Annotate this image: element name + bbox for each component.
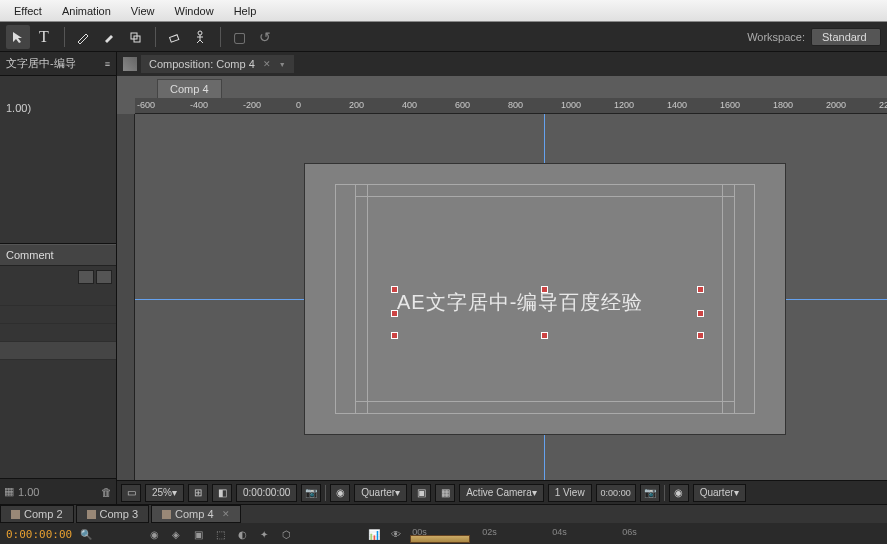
snapshot2-icon[interactable]: 📷 <box>640 484 660 502</box>
camera-dropdown[interactable]: Active Camera ▾ <box>459 484 544 502</box>
ruler-vertical[interactable] <box>117 114 135 480</box>
handle[interactable] <box>391 310 398 317</box>
workspace-dropdown[interactable]: Standard <box>811 28 881 46</box>
clone-tool-icon[interactable] <box>123 25 147 49</box>
switch-icon[interactable]: ◐ <box>234 526 250 542</box>
text-layer[interactable]: AE文字居中-编导百度经验 <box>397 289 643 316</box>
channel-icon[interactable]: ◉ <box>330 484 350 502</box>
pen-tool-icon[interactable] <box>71 25 95 49</box>
safe-line <box>722 184 723 414</box>
handle[interactable] <box>391 286 398 293</box>
col-toggle-icon[interactable] <box>96 270 112 284</box>
project-row[interactable] <box>0 342 116 360</box>
graph-icon[interactable]: 📊 <box>366 526 382 542</box>
resolution2-dropdown[interactable]: Quarter ▾ <box>693 484 746 502</box>
misc-tool-2-icon[interactable]: ↺ <box>253 25 277 49</box>
safe-line <box>734 184 735 414</box>
views-dropdown[interactable]: 1 View <box>548 484 592 502</box>
workspace-label: Workspace: <box>747 31 805 43</box>
selection-tool-icon[interactable] <box>6 25 30 49</box>
misc-tool-1-icon[interactable]: ▢ <box>227 25 251 49</box>
puppet-tool-icon[interactable] <box>188 25 212 49</box>
svg-rect-2 <box>170 34 179 41</box>
project-row[interactable] <box>0 324 116 342</box>
switch-icon[interactable]: ⬚ <box>212 526 228 542</box>
handle[interactable] <box>697 310 704 317</box>
safe-line <box>355 184 356 414</box>
handle[interactable] <box>697 332 704 339</box>
shy-icon[interactable]: 👁 <box>388 526 404 542</box>
ruler-horizontal[interactable]: -600 -400 -200 0 200 400 600 800 1000 12… <box>135 98 887 114</box>
close-icon[interactable]: ✕ <box>263 59 271 69</box>
svg-point-3 <box>198 31 202 35</box>
menu-effect[interactable]: Effect <box>4 3 52 19</box>
comp-icon <box>123 57 137 71</box>
toolbar: T ▢ ↺ Workspace: Standard <box>0 22 887 52</box>
comment-header[interactable]: Comment <box>0 244 116 266</box>
project-tab[interactable]: 文字居中-编导≡ <box>0 52 116 76</box>
menu-help[interactable]: Help <box>224 3 267 19</box>
type-tool-icon[interactable]: T <box>32 25 56 49</box>
project-row[interactable] <box>0 306 116 324</box>
brush-tool-icon[interactable] <box>97 25 121 49</box>
time-ruler[interactable]: 00s 02s 04s 06s <box>410 525 881 543</box>
zoom-dropdown[interactable]: 25% ▾ <box>145 484 184 502</box>
comp-dropdown[interactable]: Composition: Comp 4✕ <box>141 55 294 73</box>
project-row[interactable] <box>0 288 116 306</box>
project-panel: 文字居中-编导≡ 1.00) Comment ▦ 1.00 🗑 <box>0 52 117 504</box>
composition-frame: AE文字居中-编导百度经验 <box>305 164 785 434</box>
viewer-toolbar: ▭ 25% ▾ ⊞ ◧ 0:00:00:00 📷 ◉ Quarter ▾ ▣ ▦… <box>117 480 887 504</box>
time2[interactable]: 0:00:00 <box>596 484 636 502</box>
trash-icon[interactable]: 🗑 <box>101 486 112 498</box>
switch-icon[interactable]: ⬡ <box>278 526 294 542</box>
comp-tab[interactable]: Comp 4 <box>157 79 222 98</box>
time-display[interactable]: 0:00:00:00 <box>236 484 297 502</box>
footer-label: 1.00 <box>18 486 39 498</box>
project-value: 1.00) <box>6 102 110 114</box>
menu-window[interactable]: Window <box>165 3 224 19</box>
channel2-icon[interactable]: ◉ <box>669 484 689 502</box>
switch-icon[interactable]: ◈ <box>168 526 184 542</box>
timeline-tab[interactable]: Comp 3 <box>76 505 150 523</box>
menubar: Effect Animation View Window Help <box>0 0 887 22</box>
handle[interactable] <box>697 286 704 293</box>
handle[interactable] <box>541 286 548 293</box>
timeline-panel: Comp 2 Comp 3 Comp 4✕ 0:00:00:00 🔍 ◉ ◈ ▣… <box>0 504 887 544</box>
snapshot-icon[interactable]: 📷 <box>301 484 321 502</box>
col-toggle-icon[interactable] <box>78 270 94 284</box>
timeline-tab[interactable]: Comp 2 <box>0 505 74 523</box>
transparency-icon[interactable]: ▦ <box>435 484 455 502</box>
eraser-tool-icon[interactable] <box>162 25 186 49</box>
safe-line <box>367 184 368 414</box>
current-time[interactable]: 0:00:00:00 <box>6 528 72 541</box>
roi-icon[interactable]: ▣ <box>411 484 431 502</box>
bpc-icon[interactable]: ▦ <box>4 485 14 498</box>
resolution-dropdown[interactable]: Quarter ▾ <box>354 484 407 502</box>
switch-icon[interactable]: ▣ <box>190 526 206 542</box>
switch-icon[interactable]: ✦ <box>256 526 272 542</box>
canvas[interactable]: AE文字居中-编导百度经验 <box>135 114 887 480</box>
switch-icon[interactable]: ◉ <box>146 526 162 542</box>
handle[interactable] <box>541 332 548 339</box>
mask-icon[interactable]: ◧ <box>212 484 232 502</box>
handle[interactable] <box>391 332 398 339</box>
search-icon[interactable]: 🔍 <box>78 526 94 542</box>
menu-view[interactable]: View <box>121 3 165 19</box>
menu-animation[interactable]: Animation <box>52 3 121 19</box>
composition-viewer: Composition: Comp 4✕ Comp 4 -600 -400 -2… <box>117 52 887 504</box>
timeline-tab-active[interactable]: Comp 4✕ <box>151 505 241 523</box>
mag-icon[interactable]: ▭ <box>121 484 141 502</box>
grid-icon[interactable]: ⊞ <box>188 484 208 502</box>
